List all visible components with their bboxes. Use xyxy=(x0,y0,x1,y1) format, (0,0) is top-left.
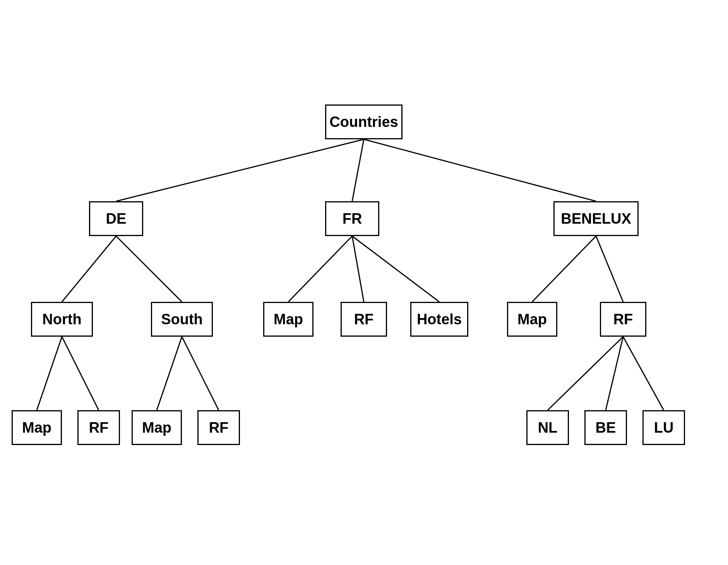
svg-line-0 xyxy=(116,139,364,201)
node-de: DE xyxy=(89,201,143,236)
node-lu: LU xyxy=(642,410,685,445)
node-be: BE xyxy=(584,410,627,445)
svg-line-5 xyxy=(288,236,352,302)
node-bn_rf: RF xyxy=(600,302,646,337)
node-fr_hotels: Hotels xyxy=(410,302,468,337)
svg-line-8 xyxy=(532,236,596,302)
node-bn_map: Map xyxy=(507,302,557,337)
svg-line-16 xyxy=(623,337,664,410)
svg-line-13 xyxy=(182,337,219,410)
svg-line-1 xyxy=(352,139,364,201)
svg-line-14 xyxy=(548,337,623,410)
svg-line-11 xyxy=(62,337,99,410)
node-north: North xyxy=(31,302,93,337)
svg-line-12 xyxy=(157,337,182,410)
node-fr_map: Map xyxy=(263,302,313,337)
node-benelux: BENELUX xyxy=(553,201,639,236)
node-north_rf: RF xyxy=(77,410,120,445)
node-fr: FR xyxy=(325,201,379,236)
node-countries: Countries xyxy=(325,104,403,139)
svg-line-9 xyxy=(596,236,623,302)
svg-line-7 xyxy=(352,236,439,302)
svg-line-4 xyxy=(116,236,182,302)
node-south_rf: RF xyxy=(197,410,240,445)
svg-line-2 xyxy=(364,139,596,201)
node-south_map: Map xyxy=(132,410,182,445)
svg-line-3 xyxy=(62,236,116,302)
svg-line-10 xyxy=(37,337,62,410)
svg-line-6 xyxy=(352,236,364,302)
node-south: South xyxy=(151,302,213,337)
node-nl: NL xyxy=(526,410,569,445)
svg-line-15 xyxy=(606,337,623,410)
node-fr_rf: RF xyxy=(341,302,387,337)
node-north_map: Map xyxy=(12,410,62,445)
tree-container: CountriesDEFRBENELUXNorthSouthMapRFHotel… xyxy=(0,62,728,557)
